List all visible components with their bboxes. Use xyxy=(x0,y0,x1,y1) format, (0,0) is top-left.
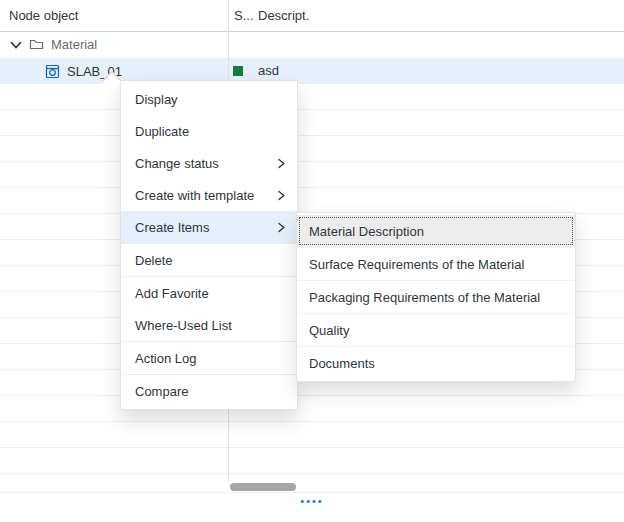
menu-item-create-with-template[interactable]: Create with template xyxy=(121,179,297,211)
menu-item-label: Create with template xyxy=(135,188,254,203)
growing-indicator[interactable]: •••• xyxy=(300,495,323,507)
menu-item-label: Delete xyxy=(135,253,173,268)
column-header-node-object[interactable]: Node object xyxy=(9,0,78,31)
menu-item-label: Quality xyxy=(309,323,349,338)
submenu-item-surface-requirements[interactable]: Surface Requirements of the Material xyxy=(297,248,575,280)
table-row-slab01[interactable]: SLAB_01 asd xyxy=(0,58,624,84)
menu-item-label: Material Description xyxy=(309,224,424,239)
create-items-submenu: Material Description Surface Requirement… xyxy=(296,212,576,382)
menu-item-label: Add Favorite xyxy=(135,286,209,301)
chevron-right-icon xyxy=(278,222,285,233)
column-header-description[interactable]: Descript. xyxy=(258,0,309,31)
menu-item-label: Display xyxy=(135,92,178,107)
menu-item-label: Duplicate xyxy=(135,124,189,139)
context-menu: Display Duplicate Change status Create w… xyxy=(120,80,298,410)
menu-item-label: Surface Requirements of the Material xyxy=(309,257,524,272)
chevron-right-icon xyxy=(278,158,285,169)
menu-item-label: Documents xyxy=(309,356,375,371)
menu-item-where-used-list[interactable]: Where-Used List xyxy=(121,309,297,341)
menu-item-add-favorite[interactable]: Add Favorite xyxy=(121,277,297,309)
product-icon xyxy=(45,64,60,79)
submenu-item-quality[interactable]: Quality xyxy=(297,314,575,346)
menu-item-label: Compare xyxy=(135,384,188,399)
menu-item-delete[interactable]: Delete xyxy=(121,244,297,276)
menu-item-label: Create Items xyxy=(135,220,209,235)
horizontal-scrollbar-thumb[interactable] xyxy=(230,483,296,491)
submenu-item-documents[interactable]: Documents xyxy=(297,347,575,379)
menu-item-label: Packaging Requirements of the Material xyxy=(309,290,540,305)
menu-item-create-items[interactable]: Create Items xyxy=(121,211,297,243)
tree-table-page: Node object S... Descript. Material SLAB… xyxy=(0,0,624,522)
column-header-status[interactable]: S... xyxy=(234,0,254,31)
menu-item-display[interactable]: Display xyxy=(121,83,297,115)
material-folder-icon xyxy=(29,38,44,51)
menu-item-label: Action Log xyxy=(135,351,196,366)
menu-item-change-status[interactable]: Change status xyxy=(121,147,297,179)
status-green-square-icon xyxy=(233,66,243,76)
menu-item-label: Where-Used List xyxy=(135,318,232,333)
collapse-chevron-icon[interactable] xyxy=(10,41,22,49)
group-row-label: Material xyxy=(51,37,97,52)
menu-item-duplicate[interactable]: Duplicate xyxy=(121,115,297,147)
menu-item-action-log[interactable]: Action Log xyxy=(121,342,297,374)
table-header: Node object S... Descript. xyxy=(0,0,624,32)
menu-item-compare[interactable]: Compare xyxy=(121,375,297,407)
table-row-material[interactable]: Material xyxy=(0,31,624,59)
menu-item-label: Change status xyxy=(135,156,219,171)
chevron-right-icon xyxy=(278,190,285,201)
submenu-item-material-description[interactable]: Material Description xyxy=(297,215,575,247)
submenu-item-packaging-requirements[interactable]: Packaging Requirements of the Material xyxy=(297,281,575,313)
table-footer: •••• xyxy=(0,492,624,522)
